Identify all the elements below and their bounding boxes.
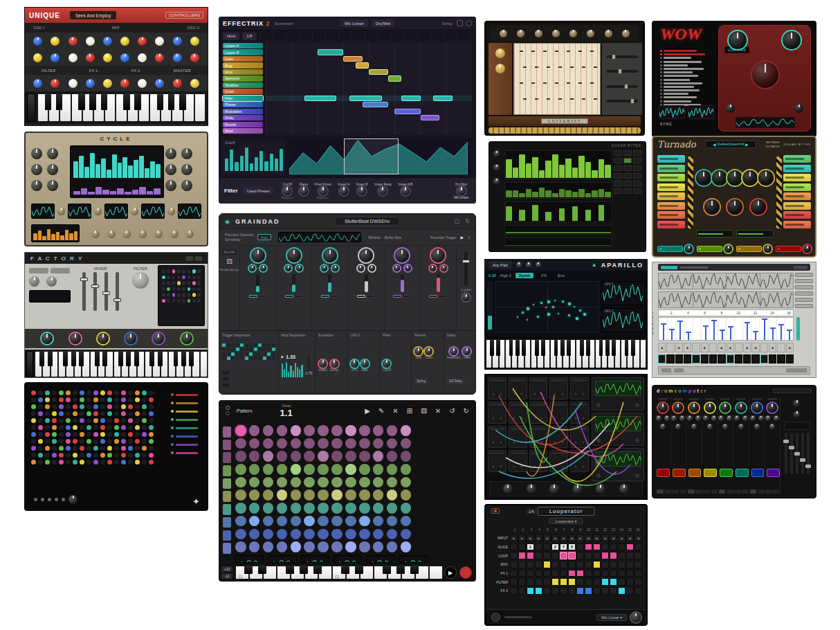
- module[interactable]: [509, 450, 527, 472]
- trigger-cell[interactable]: [267, 343, 271, 347]
- transport-dot[interactable]: [41, 498, 44, 501]
- level-bar[interactable]: [599, 205, 605, 221]
- step-cell[interactable]: [527, 587, 534, 595]
- knob[interactable]: [358, 265, 364, 271]
- step-cell[interactable]: [543, 543, 551, 551]
- transport-dot[interactable]: [34, 498, 37, 501]
- step-circle[interactable]: [304, 529, 315, 540]
- step-cell[interactable]: [551, 587, 559, 595]
- clock-dot[interactable]: [128, 404, 133, 409]
- knob[interactable]: [587, 30, 594, 37]
- knob[interactable]: [57, 208, 65, 215]
- level-bar[interactable]: [301, 365, 302, 377]
- knob[interactable]: [359, 249, 373, 262]
- step-circle[interactable]: [345, 438, 356, 449]
- step-circle[interactable]: [249, 451, 260, 462]
- step-cell[interactable]: [543, 578, 551, 586]
- knob[interactable]: [323, 249, 337, 262]
- arp-pad-button[interactable]: Arp Pad: [489, 261, 512, 269]
- unique-controllers-button[interactable]: CONTROLLERS: [165, 12, 203, 19]
- grid-dot[interactable]: [167, 269, 170, 273]
- pitch-pin[interactable]: [663, 325, 664, 340]
- level-bar[interactable]: [565, 159, 572, 179]
- knob[interactable]: [154, 230, 163, 238]
- pad[interactable]: [222, 383, 230, 388]
- knob[interactable]: [794, 104, 803, 113]
- jack-icon[interactable]: [533, 465, 537, 469]
- step-cell[interactable]: [576, 587, 584, 595]
- step-cell[interactable]: [610, 587, 617, 595]
- piano-key-black[interactable]: [102, 351, 107, 366]
- level-bar[interactable]: [42, 236, 46, 240]
- edit-button[interactable]: [795, 279, 813, 283]
- step-cell[interactable]: [718, 354, 725, 363]
- row-select-chip[interactable]: [223, 478, 231, 489]
- piano-key-black[interactable]: [554, 339, 558, 356]
- clock-dot[interactable]: [121, 453, 126, 458]
- step-cell[interactable]: [634, 552, 642, 559]
- knob[interactable]: [430, 265, 436, 271]
- knob[interactable]: [619, 484, 629, 494]
- jack-icon[interactable]: [596, 438, 601, 442]
- level-bar[interactable]: [585, 162, 592, 178]
- grid-dot[interactable]: [177, 287, 181, 291]
- level-bar[interactable]: [599, 189, 605, 197]
- clock-dot[interactable]: [114, 439, 119, 444]
- clock-dot[interactable]: [142, 404, 147, 409]
- trigger-cell[interactable]: [267, 357, 271, 360]
- piano-key-black[interactable]: [48, 351, 53, 366]
- trigger-cell[interactable]: [249, 343, 253, 347]
- gear-icon[interactable]: [195, 256, 202, 261]
- level-bar[interactable]: [526, 163, 532, 178]
- step-circle[interactable]: [387, 438, 398, 449]
- trigger-cell[interactable]: [245, 352, 248, 356]
- step-circle[interactable]: [304, 425, 315, 436]
- module[interactable]: [509, 377, 527, 399]
- level-bar[interactable]: [526, 189, 532, 197]
- clock-dot[interactable]: [93, 460, 98, 465]
- grid-dot[interactable]: [182, 281, 185, 285]
- step-cell[interactable]: [750, 489, 757, 494]
- clock-dot[interactable]: [80, 418, 84, 423]
- clock-dot[interactable]: [38, 446, 43, 451]
- clock-dot[interactable]: [128, 418, 133, 423]
- grid-dot[interactable]: [167, 299, 170, 303]
- effect-block[interactable]: [369, 69, 388, 75]
- level-bar[interactable]: [235, 162, 238, 171]
- note-mark[interactable]: [558, 98, 562, 100]
- jack-icon[interactable]: [596, 403, 601, 407]
- knob[interactable]: [803, 245, 811, 253]
- pitch-pin-cap[interactable]: [770, 327, 776, 329]
- clock-dot[interactable]: [66, 404, 71, 409]
- clock-dot[interactable]: [73, 446, 77, 451]
- knob[interactable]: [500, 30, 507, 37]
- step-circle[interactable]: [263, 541, 274, 552]
- note-mark[interactable]: [578, 82, 582, 84]
- sequencer-grid[interactable]: [266, 43, 472, 135]
- level-bar[interactable]: [117, 188, 124, 195]
- level-bar[interactable]: [240, 156, 244, 171]
- tool-icon[interactable]: ✎: [378, 407, 384, 415]
- effect-row-label[interactable]: Spectrum: [223, 75, 263, 81]
- effect-block[interactable]: [388, 75, 401, 81]
- power-icon[interactable]: [466, 20, 472, 26]
- step-cell[interactable]: [510, 552, 518, 559]
- piano-key-black[interactable]: [157, 93, 164, 110]
- clock-dot[interactable]: [100, 390, 105, 395]
- knob[interactable]: [493, 150, 500, 157]
- fx-slot-chip[interactable]: [657, 174, 685, 181]
- fx-slot-chip[interactable]: [783, 221, 811, 228]
- pad[interactable]: [222, 377, 230, 381]
- knob[interactable]: [401, 187, 410, 195]
- step-cell[interactable]: [610, 543, 617, 551]
- jack-icon[interactable]: [574, 416, 578, 420]
- gold-roller[interactable]: [489, 127, 641, 134]
- step-circle[interactable]: [235, 541, 246, 552]
- piano-key-black[interactable]: [89, 93, 96, 110]
- row-select-chip[interactable]: [223, 504, 231, 515]
- step-cell[interactable]: ◂▸: [601, 534, 609, 542]
- clock-dot[interactable]: [38, 418, 43, 423]
- step-circle[interactable]: [345, 477, 356, 488]
- clock-dot[interactable]: [66, 425, 71, 430]
- grid-dot[interactable]: [182, 293, 185, 297]
